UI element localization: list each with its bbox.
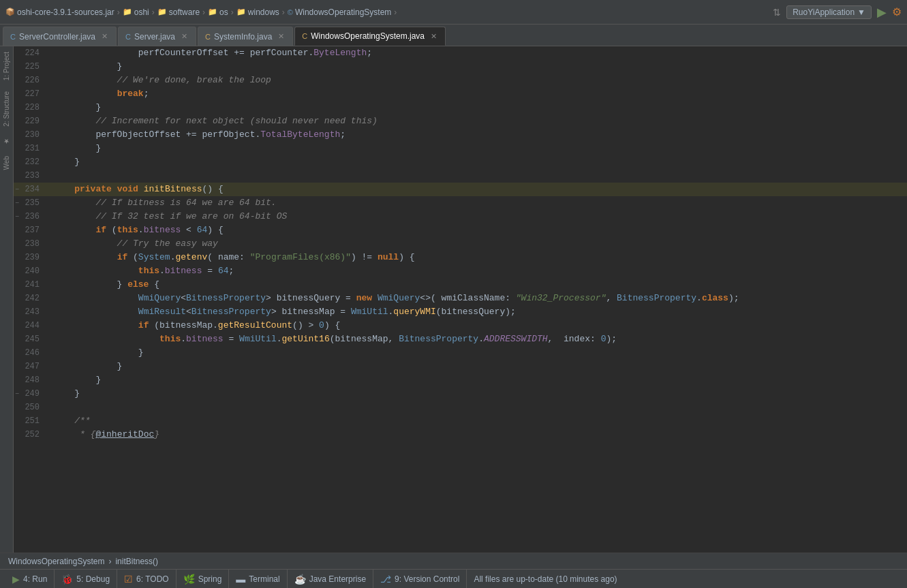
table-row: 250 [14,401,907,414]
table-row: 228 } [14,101,907,114]
table-row: 229 // Increment for next object (should… [14,114,907,128]
terminal-tool-button[interactable]: ▬ Terminal [229,570,287,588]
breadcrumb-os[interactable]: 📁 os [208,7,228,17]
terminal-tool-label: Terminal [249,574,279,584]
table-row: − 249 } [14,387,907,401]
java-enterprise-icon: ☕ [294,574,306,585]
terminal-tool-icon: ▬ [236,574,245,585]
folder-icon-1: 📁 [123,7,132,16]
line-number: 240 [14,264,48,278]
java-enterprise-tool-button[interactable]: ☕ Java Enterprise [288,570,373,588]
run-tool-label: 4: Run [23,574,47,584]
table-row: 241 } else { [14,278,907,292]
debug-tool-button[interactable]: 🐞 5: Debug [55,570,117,588]
breadcrumb-class[interactable]: © WindowsOperatingSystem [288,7,392,17]
breadcrumb-jar[interactable]: 📦 oshi-core-3.9.1-sources.jar [5,7,114,17]
line-code: if (bitnessMap.getResultCount() > 0) { [48,319,907,332]
run-tool-button[interactable]: ▶ 4: Run [5,570,55,588]
table-row: 231 } [14,142,907,155]
fold-icon[interactable]: − [15,186,19,194]
line-number: 251 [14,414,48,428]
tab-windowsos[interactable]: C WindowsOperatingSystem.java ✕ [294,27,446,46]
dropdown-icon: ▼ [857,7,865,17]
bottom-breadcrumb-sep: › [108,557,111,566]
line-number: 226 [14,74,48,87]
tab-label-2: Server.java [134,32,175,42]
fold-icon[interactable]: − [15,390,19,398]
java-enterprise-label: Java Enterprise [309,574,366,584]
side-icon-project[interactable]: 1: Project [1,46,12,86]
table-row: 233 [14,169,907,183]
breadcrumb: 📦 oshi-core-3.9.1-sources.jar › 📁 oshi ›… [5,7,397,17]
table-row: 225 } [14,60,907,74]
side-icon-web[interactable]: Web [1,151,12,175]
line-code: if (System.getenv( name: "ProgramFiles(x… [48,251,907,264]
fold-icon[interactable]: − [15,213,19,221]
run-button[interactable]: ▶ [877,5,887,20]
line-code [48,401,907,414]
line-number: 250 [14,401,48,414]
sort-icon[interactable]: ⇅ [773,7,781,18]
fold-icon[interactable]: − [15,200,19,207]
todo-tool-icon: ☑ [124,574,133,585]
run-config[interactable]: RuoYiApplication ▼ [786,5,872,19]
table-row: 230 perfObjectOffset += perfObject.Total… [14,128,907,142]
table-row: − 236 // If 32 test if we are on 64-bit … [14,210,907,223]
tab-systeminfo[interactable]: C SystemInfo.java ✕ [198,27,293,46]
version-control-label: 9: Version Control [395,574,459,584]
side-icon-favorites[interactable]: ★ [1,132,12,151]
breadcrumb-windows[interactable]: 📁 windows [236,7,279,17]
line-number: 232 [14,155,48,169]
table-row: 243 WmiResult<BitnessProperty> bitnessMa… [14,305,907,319]
table-row: − 235 // If bitness is 64 we are 64 bit. [14,196,907,210]
table-row: 239 if (System.getenv( name: "ProgramFil… [14,251,907,264]
status-message: All files are up-to-date (10 minutes ago… [474,574,617,584]
tab-close-1[interactable]: ✕ [102,32,108,41]
line-number: 230 [14,128,48,142]
line-number: 247 [14,360,48,373]
bottom-breadcrumb-method[interactable]: initBitness() [115,557,158,566]
tab-close-2[interactable]: ✕ [181,32,187,41]
line-code: this.bitness = 64; [48,264,907,278]
debug-button[interactable]: ⚙ [892,5,902,18]
bottom-breadcrumb-class[interactable]: WindowsOperatingSystem [8,557,104,566]
version-control-icon: ⎇ [380,574,391,585]
line-code: WmiResult<BitnessProperty> bitnessMap = … [48,305,907,319]
line-code: } [48,142,907,155]
version-control-tool-button[interactable]: ⎇ 9: Version Control [373,570,467,588]
line-number: 248 [14,373,48,387]
line-number: 242 [14,292,48,305]
tab-servercontroller[interactable]: C ServerController.java ✕ [3,27,117,46]
line-code: } [48,387,907,401]
line-number: − 249 [14,387,48,401]
table-row: 246 } [14,346,907,360]
side-icon-structure[interactable]: 2: Structure [1,86,12,132]
breadcrumb-jar-label: oshi-core-3.9.1-sources.jar [17,7,114,17]
line-code: if (this.bitness < 64) { [48,223,907,237]
spring-tool-button[interactable]: 🌿 Spring [176,570,230,588]
todo-tool-button[interactable]: ☑ 6: TODO [117,570,176,588]
folder-icon-3: 📁 [208,7,217,16]
table-row: 245 this.bitness = WmiUtil.getUint16(bit… [14,332,907,346]
folder-icon-4: 📁 [236,7,246,16]
table-row: 240 this.bitness = 64; [14,264,907,278]
breadcrumb-software[interactable]: 📁 software [157,7,200,17]
tabs-bar: C ServerController.java ✕ C Server.java … [0,25,907,46]
line-code: private void initBitness() { [48,183,907,196]
code-container[interactable]: 224 perfCounterOffset += perfCounter.Byt… [14,46,907,553]
line-code: WmiQuery<BitnessProperty> bitnessQuery =… [48,292,907,305]
tab-close-3[interactable]: ✕ [278,32,284,41]
breadcrumb-sep6: › [394,7,397,17]
line-number: − 234 [14,183,48,196]
tab-server[interactable]: C Server.java ✕ [118,27,196,46]
breadcrumb-oshi[interactable]: 📁 oshi [123,7,149,17]
tab-icon-1: C [10,33,16,41]
line-code: } [48,60,907,74]
folder-icon-2: 📁 [157,7,167,16]
debug-tool-icon: 🐞 [61,574,73,585]
line-code: // Try the easy way [48,237,907,251]
line-code: // Increment for next object (should nev… [48,114,907,128]
todo-tool-label: 6: TODO [136,574,169,584]
tab-close-4[interactable]: ✕ [431,32,437,41]
breadcrumb-oshi-label: oshi [134,7,149,17]
